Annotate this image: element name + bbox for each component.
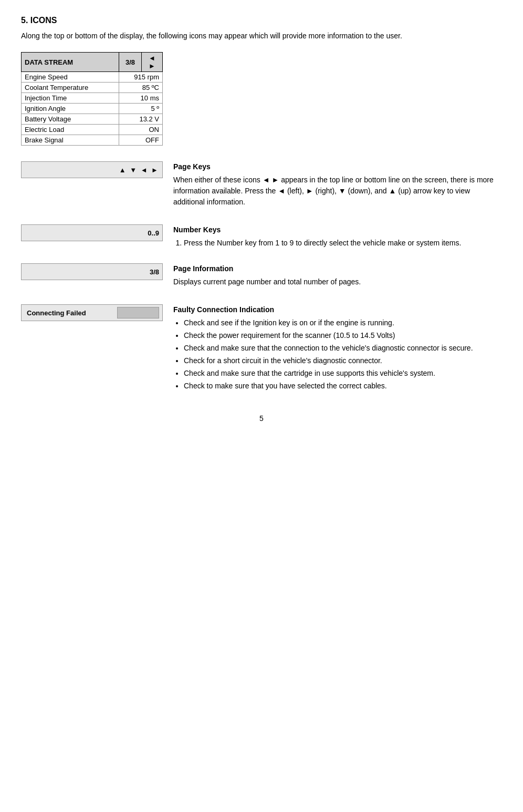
connecting-failed-blank [117, 307, 159, 318]
desc-title-connecting-failed: Faulty Connection Indication [173, 304, 502, 315]
icon-row-connecting-failed: Connecting FailedFaulty Connection Indic… [21, 304, 502, 393]
desc-text-page-keys: When either of these icons ◄ ► appears i… [173, 174, 502, 208]
ds-row-value: ON [119, 125, 162, 135]
page-footer: 5 [21, 414, 502, 423]
desc-list-number-keys: Press the Number key from 1 to 9 to dire… [184, 238, 502, 249]
ds-row-label: Brake Signal [22, 135, 119, 146]
table-row: Engine Speed915 rpm [22, 72, 163, 83]
desc-text-page-info: Displays current page number and total n… [173, 276, 502, 287]
ds-header-arrows: ◄ ► [142, 53, 163, 72]
icon-display-page-keys: ▲ ▼ ◄ ► [21, 161, 163, 178]
table-row: Electric LoadON [22, 125, 163, 135]
list-item: Check to make sure that you have selecte… [184, 381, 502, 392]
ds-row-label: Coolant Temperature [22, 83, 119, 93]
ds-row-value: 915 rpm [119, 72, 162, 83]
icon-display-connecting-failed: Connecting Failed [21, 304, 163, 321]
ds-row-value: 10 ms [119, 93, 162, 104]
page-display: 3/8 [150, 268, 159, 276]
arrow-icons: ▲ ▼ ◄ ► [119, 166, 159, 174]
icon-display-page-info: 3/8 [21, 263, 163, 280]
icon-description-page-info: Page InformationDisplays current page nu… [173, 263, 502, 290]
ds-row-value: OFF [119, 135, 162, 146]
table-row: Injection Time10 ms [22, 93, 163, 104]
table-row: Brake SignalOFF [22, 135, 163, 146]
icon-row-page-info: 3/8Page InformationDisplays current page… [21, 263, 502, 290]
ds-header-page: 3/8 [119, 53, 141, 72]
icon-description-number-keys: Number KeysPress the Number key from 1 t… [173, 224, 502, 249]
ds-header-title: DATA STREAM [22, 53, 119, 72]
ds-row-label: Injection Time [22, 93, 119, 104]
desc-title-number-keys: Number Keys [173, 224, 502, 235]
number-display: 0..9 [148, 229, 159, 237]
list-item: Check the power requirement for the scan… [184, 330, 502, 341]
datastream-table: DATA STREAM 3/8 ◄ ► Engine Speed915 rpmC… [21, 52, 163, 146]
list-item: Check and make sure that the connection … [184, 343, 502, 354]
ds-row-label: Battery Voltage [22, 114, 119, 125]
icon-row-number-keys: 0..9Number KeysPress the Number key from… [21, 224, 502, 249]
list-item: Check and make sure that the cartridge i… [184, 368, 502, 379]
icon-section: ▲ ▼ ◄ ►Page KeysWhen either of these ico… [21, 161, 502, 393]
intro-text: Along the top or bottom of the display, … [21, 30, 502, 42]
ds-row-value: 85 ºC [119, 83, 162, 93]
table-row: Ignition Angle5 º [22, 104, 163, 114]
icon-description-connecting-failed: Faulty Connection IndicationCheck and se… [173, 304, 502, 393]
ds-row-label: Ignition Angle [22, 104, 119, 114]
icon-display-number-keys: 0..9 [21, 224, 163, 241]
desc-title-page-info: Page Information [173, 263, 502, 274]
list-item: Check and see if the Ignition key is on … [184, 317, 502, 328]
connecting-failed-label: Connecting Failed [25, 309, 86, 317]
list-item: Press the Number key from 1 to 9 to dire… [184, 238, 502, 249]
ds-row-label: Engine Speed [22, 72, 119, 83]
icon-description-page-keys: Page KeysWhen either of these icons ◄ ► … [173, 161, 502, 210]
table-row: Coolant Temperature85 ºC [22, 83, 163, 93]
section-heading: 5. ICONS [21, 16, 502, 25]
icon-row-page-keys: ▲ ▼ ◄ ►Page KeysWhen either of these ico… [21, 161, 502, 210]
ds-row-label: Electric Load [22, 125, 119, 135]
ds-row-value: 13.2 V [119, 114, 162, 125]
desc-list-connecting-failed: Check and see if the Ignition key is on … [184, 317, 502, 392]
table-row: Battery Voltage13.2 V [22, 114, 163, 125]
desc-title-page-keys: Page Keys [173, 161, 502, 172]
list-item: Check for a short circuit in the vehicle… [184, 355, 502, 366]
ds-row-value: 5 º [119, 104, 162, 114]
